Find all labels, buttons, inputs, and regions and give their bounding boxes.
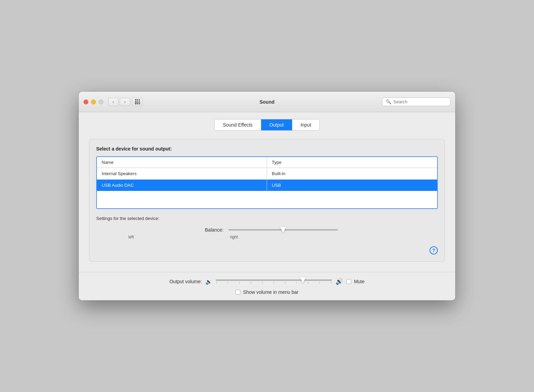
- balance-label: Balance:: [196, 227, 224, 233]
- output-volume-label: Output volume:: [169, 279, 202, 284]
- col-header-name: Name: [97, 157, 267, 168]
- table-row-selected[interactable]: USB Audio DAC USB: [97, 180, 437, 191]
- volume-thumb[interactable]: [300, 277, 306, 283]
- device-type-2: USB: [267, 180, 437, 191]
- content-area: Sound Effects Output Input Select a devi…: [79, 112, 455, 272]
- back-button[interactable]: ‹: [108, 98, 118, 106]
- titlebar: ‹ › Sound 🔍: [79, 92, 455, 112]
- table-row-empty: [97, 191, 437, 208]
- search-input[interactable]: [393, 99, 447, 104]
- back-icon: ‹: [113, 99, 114, 104]
- show-volume-label: Show volume in menu bar: [243, 289, 298, 295]
- settings-label: Settings for the selected device:: [96, 216, 438, 221]
- minimize-button[interactable]: [91, 100, 96, 104]
- settings-section: Settings for the selected device: Balanc…: [96, 216, 438, 239]
- main-panel: Select a device for sound output: Name T…: [89, 139, 445, 262]
- tabs-row: Sound Effects Output Input: [89, 119, 445, 131]
- volume-icon-low: [205, 278, 212, 285]
- maximize-button[interactable]: [99, 100, 103, 104]
- volume-slider-container: [216, 279, 332, 284]
- system-preferences-window: ‹ › Sound 🔍 Sound Effects Output Inp: [79, 92, 455, 300]
- help-button-container: ?: [96, 246, 438, 254]
- volume-row: Output volume: Mute: [89, 278, 445, 285]
- mute-row: Mute: [346, 279, 365, 284]
- tab-output[interactable]: Output: [261, 119, 292, 130]
- table-header: Name Type: [97, 157, 437, 168]
- tabs-group: Sound Effects Output Input: [214, 119, 320, 131]
- volume-icon-high: [335, 278, 343, 285]
- balance-row: Balance:: [96, 227, 438, 233]
- device-table: Name Type Internal Speakers Built-in USB…: [96, 156, 438, 209]
- mute-checkbox[interactable]: [346, 279, 351, 284]
- volume-ticks: [216, 282, 332, 284]
- close-button[interactable]: [84, 100, 88, 104]
- traffic-lights: [84, 100, 103, 104]
- col-header-type: Type: [267, 157, 437, 168]
- search-icon: 🔍: [386, 99, 391, 104]
- grid-view-button[interactable]: [132, 98, 142, 106]
- volume-track: [216, 279, 332, 281]
- forward-icon: ›: [124, 99, 126, 104]
- section-title: Select a device for sound output:: [96, 146, 438, 152]
- tab-sound-effects[interactable]: Sound Effects: [215, 119, 261, 130]
- help-button[interactable]: ?: [430, 246, 438, 254]
- balance-labels: left right: [128, 235, 238, 239]
- bottom-bar: Output volume: Mute S: [79, 272, 455, 300]
- show-volume-checkbox[interactable]: [236, 290, 240, 295]
- device-type-1: Built-in: [267, 168, 437, 179]
- device-name-2: USB Audio DAC: [97, 180, 267, 191]
- table-row[interactable]: Internal Speakers Built-in: [97, 168, 437, 180]
- grid-icon: [135, 99, 140, 104]
- balance-slider-container: [228, 229, 338, 231]
- mute-label: Mute: [354, 279, 365, 284]
- balance-right-label: right: [230, 235, 238, 239]
- balance-left-label: left: [128, 235, 134, 239]
- balance-track: [228, 229, 338, 231]
- nav-buttons: ‹ ›: [108, 98, 130, 106]
- search-box[interactable]: 🔍: [382, 97, 450, 106]
- show-volume-row: Show volume in menu bar: [89, 289, 445, 295]
- forward-button[interactable]: ›: [120, 98, 130, 106]
- balance-thumb[interactable]: [280, 227, 286, 233]
- tab-input[interactable]: Input: [292, 119, 319, 130]
- device-name-1: Internal Speakers: [97, 168, 267, 179]
- window-title: Sound: [259, 99, 275, 105]
